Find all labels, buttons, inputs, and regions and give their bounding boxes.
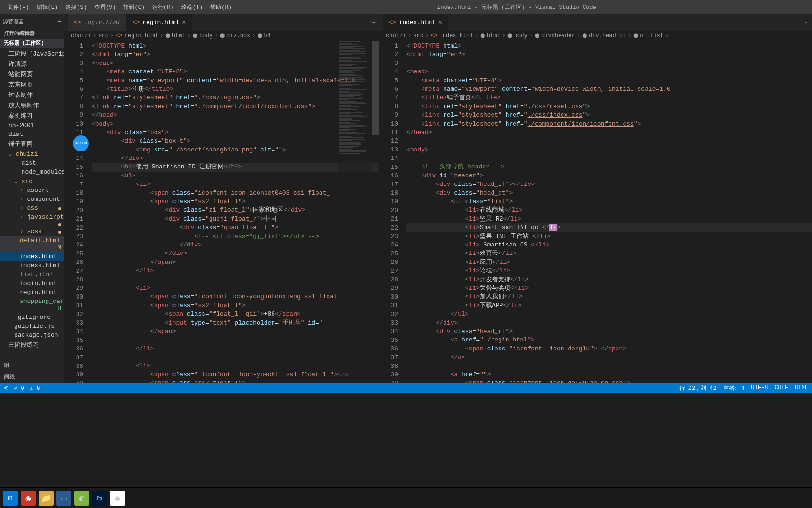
- folder-item[interactable]: 锤子官网: [0, 139, 64, 149]
- file-package[interactable]: package.json: [0, 331, 64, 340]
- file-indexs[interactable]: indexs.html: [0, 261, 64, 270]
- tab-login[interactable]: <>login.html: [68, 14, 127, 31]
- folder-assert[interactable]: assert: [0, 186, 64, 195]
- code-area-2[interactable]: 1234567891011121314151617181920212223242…: [379, 41, 812, 383]
- file-shopping[interactable]: shopping_car....U: [0, 297, 64, 313]
- gutter-2: 1234567891011121314151617181920212223242…: [379, 41, 406, 383]
- tabs-1: <>login.html <>regin.html× ⋯: [64, 14, 379, 31]
- menu-edit[interactable]: 编辑(E): [33, 1, 62, 13]
- folder-css[interactable]: css: [0, 204, 64, 213]
- file-detail[interactable]: detail.htmlM: [0, 236, 64, 252]
- cursor-position[interactable]: 行 22，列 42: [679, 384, 717, 392]
- folder-item[interactable]: 京东网页: [0, 79, 64, 90]
- folder-item[interactable]: 放大镜制作: [0, 100, 64, 111]
- recording-indicator: 00:00: [73, 135, 89, 151]
- close-icon[interactable]: ×: [182, 19, 186, 26]
- file-list[interactable]: list.html: [0, 270, 64, 279]
- folder-item[interactable]: 案例练习: [0, 111, 64, 121]
- folder-item[interactable]: dist: [0, 130, 64, 139]
- folder-chuizi[interactable]: chuizi: [0, 149, 64, 159]
- app-icon[interactable]: ◐: [74, 491, 89, 506]
- folder-src[interactable]: src: [0, 176, 64, 186]
- taskbar: e ◉ 📁 ▭ ◐ Ps ◉: [0, 487, 812, 508]
- menu-run[interactable]: 运行(R): [148, 1, 178, 13]
- folder-item[interactable]: 二阶段（JavaScript）: [0, 48, 64, 59]
- code-area-1[interactable]: 1234567891011121314151617181920212223242…: [64, 41, 379, 383]
- menu-file[interactable]: 文件(F): [4, 1, 33, 13]
- warnings-count[interactable]: ⚠ 0: [30, 385, 40, 392]
- breadcrumb-2[interactable]: chuizi› src› <>index.html› ⬢html› ⬢body›…: [379, 31, 812, 41]
- timeline-section[interactable]: 间线: [0, 371, 64, 383]
- indent-status[interactable]: 空格: 4: [723, 384, 745, 392]
- window-title: index.html - 无标题 (工作区) - Visual Studio C…: [235, 3, 798, 11]
- folder-item[interactable]: 三阶段练习: [0, 340, 64, 350]
- folder-scss[interactable]: scss: [0, 227, 64, 236]
- file-index[interactable]: index.html: [0, 252, 64, 261]
- file-regin[interactable]: regin.html: [0, 288, 64, 297]
- workspace-section[interactable]: 无标题 (工作区): [0, 39, 64, 48]
- split-icon[interactable]: ⫞: [805, 19, 808, 26]
- titlebar: 文件(F) 编辑(E) 选择(S) 查看(V) 转到(G) 运行(R) 终端(T…: [0, 0, 812, 14]
- folder-javascirpts[interactable]: javascirpts: [0, 213, 64, 227]
- minimap-1[interactable]: [338, 41, 372, 383]
- app-icon[interactable]: ◉: [21, 491, 36, 506]
- remote-icon[interactable]: ⟲: [4, 385, 8, 392]
- language-mode[interactable]: HTML: [795, 384, 808, 392]
- explorer-sidebar: 源管理器 ⋯ 打开的编辑器 无标题 (工作区) 二阶段（JavaScript） …: [0, 14, 64, 383]
- tabs-2: <>index.html× ⫞: [379, 14, 812, 31]
- edge-icon[interactable]: e: [3, 491, 18, 506]
- minimize-icon[interactable]: —: [798, 4, 804, 10]
- folder-node-modules[interactable]: node_modules: [0, 167, 64, 176]
- menu-help[interactable]: 帮助(H): [206, 1, 235, 13]
- tab-regin[interactable]: <>regin.html×: [127, 14, 192, 31]
- more-icon[interactable]: ⋯: [58, 18, 61, 24]
- folder-dist[interactable]: dist: [0, 159, 64, 167]
- photoshop-icon[interactable]: Ps: [92, 491, 107, 506]
- file-login[interactable]: login.html: [0, 279, 64, 288]
- code-1[interactable]: <!DOCTYPE html><html lang="en"><head> <m…: [92, 41, 379, 383]
- more-icon[interactable]: ⋯: [371, 19, 375, 26]
- encoding-status[interactable]: UTF-8: [751, 384, 768, 392]
- explorer-title: 源管理器: [3, 18, 23, 25]
- gutter-1: 1234567891011121314151617181920212223242…: [64, 41, 92, 383]
- statusbar: ⟲ ⊘ 0 ⚠ 0 行 22，列 42 空格: 4 UTF-8 CRLF HTM…: [0, 383, 812, 393]
- outline-section[interactable]: 纲: [0, 359, 64, 371]
- chrome-icon[interactable]: ◉: [110, 491, 125, 506]
- code-2[interactable]: <!DOCTYPE html><html lang="en"><head> <m…: [406, 41, 812, 383]
- errors-count[interactable]: ⊘ 0: [14, 385, 24, 392]
- folder-component[interactable]: component: [0, 195, 64, 204]
- folder-item[interactable]: 许清源: [0, 59, 64, 69]
- menu-selection[interactable]: 选择(S): [62, 1, 91, 13]
- menu-view[interactable]: 查看(V): [91, 1, 120, 13]
- close-icon[interactable]: ×: [438, 19, 442, 26]
- editor-group-1: <>login.html <>regin.html× ⋯ chuizi› src…: [64, 14, 379, 383]
- tab-index[interactable]: <>index.html×: [383, 14, 448, 31]
- file-explorer-icon[interactable]: 📁: [39, 491, 54, 506]
- open-editors-section[interactable]: 打开的编辑器: [0, 29, 64, 39]
- folder-item[interactable]: h5-2001: [0, 121, 64, 130]
- app-icon[interactable]: ▭: [56, 491, 71, 506]
- folder-item[interactable]: 站酷网页: [0, 69, 64, 79]
- breadcrumb-1[interactable]: chuizi› src› <>regin.html› ⬢html› ⬢body›…: [64, 31, 379, 41]
- eol-status[interactable]: CRLF: [774, 384, 788, 392]
- menu-go[interactable]: 转到(G): [119, 1, 148, 13]
- menu-terminal[interactable]: 终端(T): [178, 1, 207, 13]
- file-gitignore[interactable]: .gitignore: [0, 313, 64, 322]
- scrollbar-1[interactable]: [372, 41, 379, 135]
- file-gulpfile[interactable]: gulpfile.js: [0, 322, 64, 331]
- editor-group-2: <>index.html× ⫞ chuizi› src› <>index.htm…: [379, 14, 812, 383]
- folder-item[interactable]: 钟表制作: [0, 90, 64, 100]
